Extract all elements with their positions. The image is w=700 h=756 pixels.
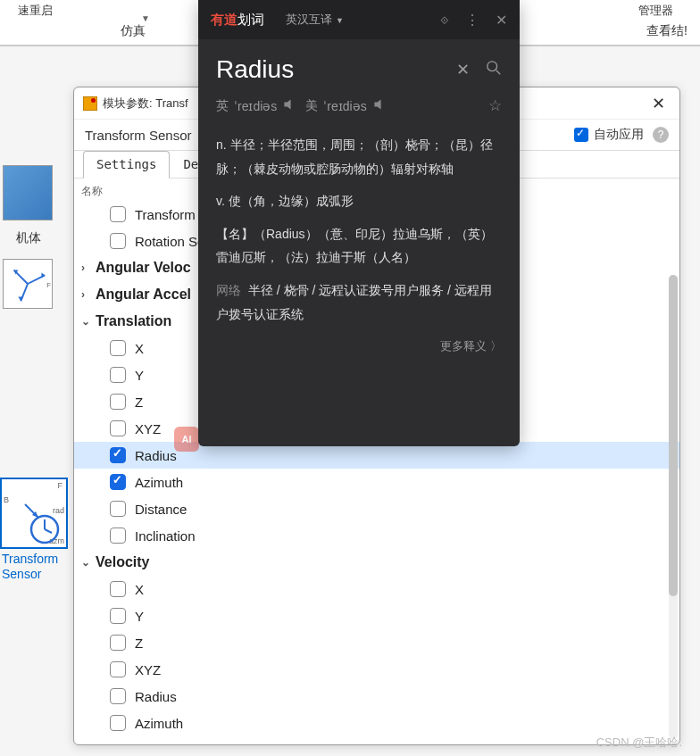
tree-row[interactable]: Z [74,629,679,656]
chevron-down-icon: ▼ [336,16,344,25]
svg-text:F: F [46,281,51,289]
checkbox-icon[interactable] [110,394,126,410]
tree-item-label: Inclination [135,528,196,544]
checkbox-icon[interactable] [110,528,126,544]
tree-group-label: Angular Accel [96,287,191,303]
pin-icon[interactable]: ⟐ [440,12,449,29]
checkbox-icon[interactable] [110,447,126,463]
tree-row[interactable]: Distance [74,495,679,522]
checkbox-icon[interactable] [110,661,126,677]
simulink-block-body[interactable] [3,165,53,220]
sound-icon[interactable] [372,97,387,114]
checkbox-icon[interactable] [110,340,126,356]
checkbox-icon [574,128,588,142]
more-icon[interactable]: ⋮ [465,12,479,29]
ai-badge-icon: AI [174,427,199,452]
tree-item-label: Azimuth [135,716,183,731]
tree-group-label: Translation [96,313,171,329]
checkbox-icon[interactable] [110,608,126,624]
tree-item-label: Rotation Se [135,234,204,249]
checkbox-icon[interactable] [110,420,126,436]
tree-item-label: Z [135,636,143,651]
svg-marker-5 [18,296,23,301]
checkbox-icon[interactable] [110,715,126,731]
search-icon[interactable] [486,60,502,80]
sound-icon[interactable] [282,97,296,114]
def-name: 【名】（Radius）（意、印尼）拉迪乌斯，（英）雷迪厄斯，（法）拉迪于斯（人名… [216,222,502,270]
checkbox-icon[interactable] [110,581,126,597]
checkbox-icon[interactable] [110,233,126,249]
checkbox-icon[interactable] [110,474,126,490]
pron-uk-label: 英 [216,98,229,114]
tree-item-label: X [135,582,144,597]
scrollbar-thumb[interactable] [669,275,678,596]
tree-item-label: Z [135,395,143,410]
tree-item-label: XYZ [135,662,161,677]
tree-row[interactable]: ⌄Velocity [74,549,679,576]
tree-group-label: Angular Veloc [96,260,191,276]
chevron-right-icon: 〉 [490,339,502,353]
dict-mode-select[interactable]: 英汉互译▼ [286,12,344,28]
pron-uk: ˈreɪdiəs [234,99,277,113]
close-icon[interactable]: ✕ [646,91,671,116]
help-icon[interactable]: ? [653,127,669,143]
close-icon[interactable]: ✕ [496,12,507,29]
tree-item-label: Distance [135,502,187,517]
auto-apply-label: 自动应用 [594,127,644,143]
pron-us: ˈreɪdiəs [323,99,366,113]
auto-apply-checkbox[interactable]: 自动应用 [574,127,644,143]
tree-row[interactable]: Azimuth [74,710,679,736]
more-definitions-link[interactable]: 更多释义〉 [216,338,502,354]
simulink-block-transform-sensor[interactable]: F B rad azm [0,478,68,549]
svg-line-9 [45,529,52,533]
dict-logo: 有道划词 [211,12,264,29]
chevron-right-icon[interactable]: › [81,288,94,301]
tree-item-label: Radius [135,448,177,463]
close-word-icon[interactable]: ✕ [456,60,470,80]
tree-item-label: XYZ [135,421,161,436]
dict-body: Radius ✕ 英 ˈreɪdiəs 美 ˈreɪdiəs [198,39,520,370]
checkbox-icon[interactable] [110,367,126,383]
star-icon[interactable]: ☆ [488,96,502,115]
svg-point-12 [488,61,497,71]
tab-settings[interactable]: Settings [83,151,170,179]
sensor-clock-icon [16,495,70,549]
tree-row[interactable]: Y [74,602,679,629]
dict-headword: Radius [216,55,456,84]
checkbox-icon[interactable] [110,688,126,704]
simulink-block-frame[interactable]: F [3,259,53,309]
chevron-down-icon[interactable]: ⌄ [81,315,94,328]
scrollbar[interactable] [669,275,678,739]
block-label-transform-sensor: Transform Sensor [2,552,58,582]
dialog-icon [83,96,97,111]
svg-line-13 [496,70,501,74]
top-right-label2: 查看结! [646,23,688,39]
tree-group-label: Velocity [96,554,149,570]
top-sim-label: 仿真 [121,23,146,39]
watermark: CSDN @王哈哈. [596,735,682,751]
tree-item-label: Y [135,368,144,383]
tree-row[interactable]: XYZ [74,656,679,683]
tree-row[interactable]: Azimuth [74,469,679,495]
tree-item-label: X [135,341,144,356]
port-b: B [4,495,9,504]
tree-row[interactable]: Inclination [74,522,679,549]
tree-item-label: Azimuth [135,475,183,490]
checkbox-icon[interactable] [110,501,126,517]
chevron-right-icon[interactable]: › [81,262,94,274]
checkbox-icon[interactable] [110,635,126,651]
tree-row[interactable]: Radius [74,683,679,710]
tree-item-label: Y [135,609,144,624]
checkbox-icon[interactable] [110,206,126,222]
def-net: 网络 半径 / 桡骨 / 远程认证拨号用户服务 / 远程用户拨号认证系统 [216,278,502,326]
block-label-body: 机体 [16,230,41,246]
port-f: F [58,481,63,490]
chevron-down-icon[interactable]: ▼ [141,13,150,23]
def-noun: n. 半径；半径范围，周围；（剖）桡骨；（昆）径脉；（棘皮动物或腔肠动物的）辐射… [216,133,502,180]
tree-row[interactable]: X [74,576,679,602]
top-left-label: 速重启 [18,3,53,19]
dict-topbar[interactable]: 有道划词 英汉互译▼ ⟐ ⋮ ✕ [198,0,520,39]
dict-pronunciation: 英 ˈreɪdiəs 美 ˈreɪdiəs ☆ [216,96,502,115]
def-verb: v. 使（角，边缘）成弧形 [216,189,502,213]
chevron-down-icon[interactable]: ⌄ [81,556,94,569]
